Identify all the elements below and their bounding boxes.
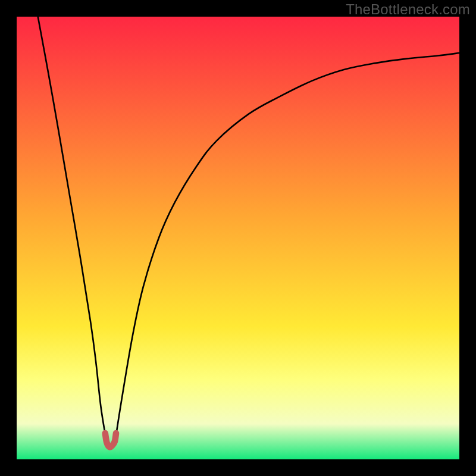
chart-background [17, 17, 459, 459]
bottleneck-chart [17, 17, 459, 459]
watermark-label: TheBottleneck.com [346, 1, 470, 18]
chart-frame: TheBottleneck.com [0, 0, 476, 476]
